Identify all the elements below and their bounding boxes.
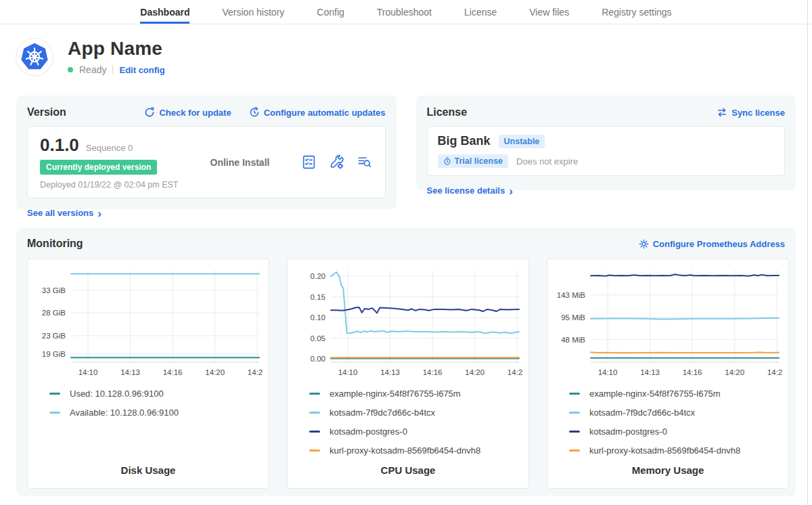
version-number: 0.1.0: [40, 135, 79, 156]
svg-text:14:10: 14:10: [598, 368, 618, 376]
tab-registry-settings[interactable]: Registry settings: [602, 0, 671, 24]
legend-color-dash: [569, 412, 580, 414]
svg-text:33 GiB: 33 GiB: [42, 286, 66, 294]
chevron-right-icon: ›: [509, 188, 513, 195]
kubernetes-icon: [20, 43, 49, 71]
svg-text:14:16: 14:16: [163, 368, 183, 376]
memory-usage-chart: 14:1014:1314:1614:2014:23143 MiB95 MiB48…: [553, 266, 783, 380]
legend-item: example-nginx-54f8f76755-l675m: [569, 389, 783, 398]
page-title: App Name: [68, 38, 165, 60]
license-summary-row: Big Bank Unstable Trial license Does not…: [427, 126, 786, 176]
legend-color-dash: [569, 393, 580, 395]
tab-license[interactable]: License: [464, 0, 497, 24]
svg-text:19 GiB: 19 GiB: [42, 350, 66, 358]
legend-item: kotsadm-postgres-0: [569, 427, 783, 436]
svg-text:14:23: 14:23: [508, 368, 523, 376]
tab-view-files[interactable]: View files: [529, 0, 569, 24]
svg-text:0.15: 0.15: [311, 293, 325, 301]
tab-config[interactable]: Config: [317, 0, 344, 24]
tab-dashboard[interactable]: Dashboard: [140, 0, 189, 24]
legend-item: kotsadm-7f9dc7d66c-b4tcx: [569, 408, 783, 417]
legend-label: kotsadm-7f9dc7d66c-b4tcx: [330, 408, 435, 418]
license-card: License Sync license Big Bank Unstable: [416, 95, 796, 190]
svg-text:14:16: 14:16: [423, 368, 443, 376]
legend-label: Available: 10.128.0.96:9100: [70, 408, 179, 418]
legend-label: kotsadm-postgres-0: [330, 426, 407, 437]
version-card: Version Check for update Configure au: [16, 95, 397, 209]
legend-color-dash: [569, 431, 580, 433]
sync-license-link[interactable]: Sync license: [717, 107, 785, 118]
stopwatch-icon: [443, 157, 451, 165]
cards-row: Version Check for update Configure au: [0, 95, 812, 209]
legend-color-dash: [569, 449, 580, 452]
update-clock-icon: [249, 107, 260, 118]
install-type-label: Online Install: [210, 157, 270, 168]
cpu-usage-chart: 14:1014:1314:1614:2014:230.200.150.100.0…: [293, 266, 523, 380]
configure-prometheus-link[interactable]: Configure Prometheus Address: [639, 239, 785, 249]
legend-label: example-nginx-54f8f76755-l675m: [589, 389, 721, 399]
svg-text:14:13: 14:13: [380, 368, 400, 376]
wrench-gear-icon: [329, 154, 344, 170]
svg-text:14:16: 14:16: [683, 368, 702, 376]
svg-text:14:20: 14:20: [465, 368, 484, 376]
trial-license-badge: Trial license: [438, 154, 509, 168]
edit-config-link[interactable]: Edit config: [119, 65, 164, 75]
legend-item: kotsadm-7f9dc7d66c-b4tcx: [309, 408, 523, 417]
chart-title: CPU Usage: [293, 464, 523, 488]
cpu-usage-panel: 14:1014:1314:1614:2014:230.200.150.100.0…: [287, 259, 529, 489]
legend-item: kotsadm-postgres-0: [309, 427, 523, 436]
legend-label: example-nginx-54f8f76755-l675m: [330, 389, 461, 399]
legend-label: kurl-proxy-kotsadm-8569fb6454-dnvh8: [330, 445, 480, 456]
svg-text:23 GiB: 23 GiB: [42, 332, 66, 340]
legend-item: example-nginx-54f8f76755-l675m: [309, 389, 523, 398]
monitoring-card: Monitoring Configure Prometheus Address …: [16, 228, 796, 496]
disk-usage-legend: Used: 10.128.0.96:9100Available: 10.128.…: [49, 389, 263, 417]
configure-automatic-updates-link[interactable]: Configure automatic updates: [249, 107, 386, 118]
version-card-title: Version: [27, 106, 66, 118]
legend-item: kurl-proxy-kotsadm-8569fb6454-dnvh8: [309, 446, 523, 455]
memory-usage-legend: example-nginx-54f8f76755-l675mkotsadm-7f…: [569, 389, 783, 455]
top-nav: Dashboard Version history Config Trouble…: [0, 0, 812, 24]
app-header: App Name Ready Edit config: [0, 24, 812, 75]
see-license-details-link[interactable]: See license details›: [427, 185, 513, 196]
svg-text:14:13: 14:13: [120, 368, 140, 376]
legend-item: kurl-proxy-kotsadm-8569fb6454-dnvh8: [569, 446, 783, 455]
cpu-usage-legend: example-nginx-54f8f76755-l675mkotsadm-7f…: [309, 389, 523, 455]
channel-badge: Unstable: [499, 135, 545, 148]
svg-text:14:10: 14:10: [78, 368, 98, 376]
svg-text:14:20: 14:20: [725, 368, 744, 376]
customer-name: Big Bank: [438, 134, 491, 148]
version-sequence: Sequence 0: [86, 143, 133, 153]
gear-icon: [639, 239, 649, 249]
tab-troubleshoot[interactable]: Troubleshoot: [377, 0, 432, 24]
status-dot: [68, 67, 73, 72]
legend-label: kotsadm-7f9dc7d66c-b4tcx: [589, 408, 695, 418]
svg-text:0.00: 0.00: [311, 355, 325, 363]
disk-usage-chart: 14:1014:1314:1614:2014:2333 GiB28 GiB23 …: [33, 266, 263, 380]
license-card-title: License: [427, 106, 468, 118]
edit-config-button[interactable]: [329, 154, 344, 170]
svg-text:143 MiB: 143 MiB: [557, 291, 586, 299]
legend-label: kurl-proxy-kotsadm-8569fb6454-dnvh8: [589, 445, 740, 456]
see-all-versions-link[interactable]: See all versions›: [27, 208, 102, 218]
svg-text:14:10: 14:10: [338, 368, 358, 376]
divider: [112, 65, 113, 74]
logs-search-icon: [357, 154, 372, 170]
page-right-border: [807, 0, 808, 505]
memory-usage-panel: 14:1014:1314:1614:2014:23143 MiB95 MiB48…: [547, 259, 789, 489]
preflight-checks-button[interactable]: [301, 154, 317, 170]
svg-text:0.05: 0.05: [311, 334, 325, 343]
legend-item: Available: 10.128.0.96:9100: [49, 408, 263, 417]
legend-label: Used: 10.128.0.96:9100: [70, 389, 164, 399]
tab-version-history[interactable]: Version history: [222, 0, 284, 24]
deployed-version-badge: Currently deployed version: [40, 160, 157, 175]
view-logs-button[interactable]: [357, 154, 372, 170]
sync-arrows-icon: [717, 107, 727, 118]
svg-text:0.10: 0.10: [311, 313, 325, 322]
legend-color-dash: [49, 393, 60, 395]
deployed-timestamp: Deployed 01/19/22 @ 02:04 pm EST: [40, 180, 178, 190]
svg-text:14:13: 14:13: [640, 368, 660, 376]
legend-color-dash: [309, 431, 320, 433]
check-for-update-link[interactable]: Check for update: [144, 107, 231, 118]
legend-color-dash: [309, 412, 320, 414]
